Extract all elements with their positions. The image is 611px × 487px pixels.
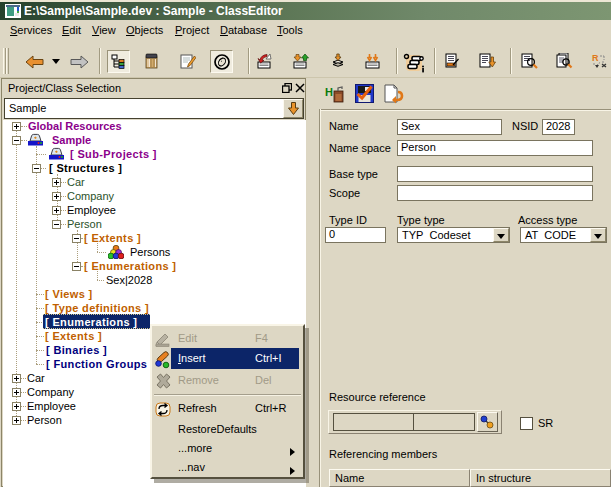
svg-text:R: R — [592, 53, 599, 63]
svg-text:H: H — [325, 86, 333, 98]
